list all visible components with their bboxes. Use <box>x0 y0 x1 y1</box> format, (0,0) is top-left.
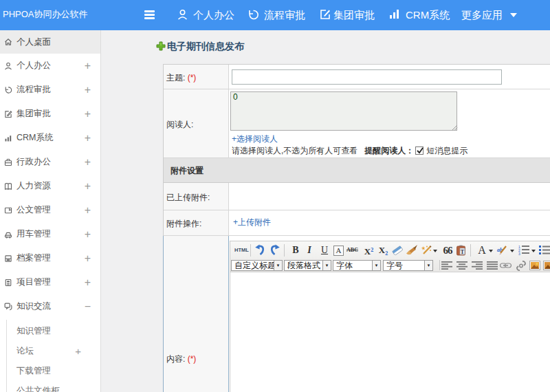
svg-text:T: T <box>461 249 465 255</box>
svg-text:3: 3 <box>518 252 520 255</box>
